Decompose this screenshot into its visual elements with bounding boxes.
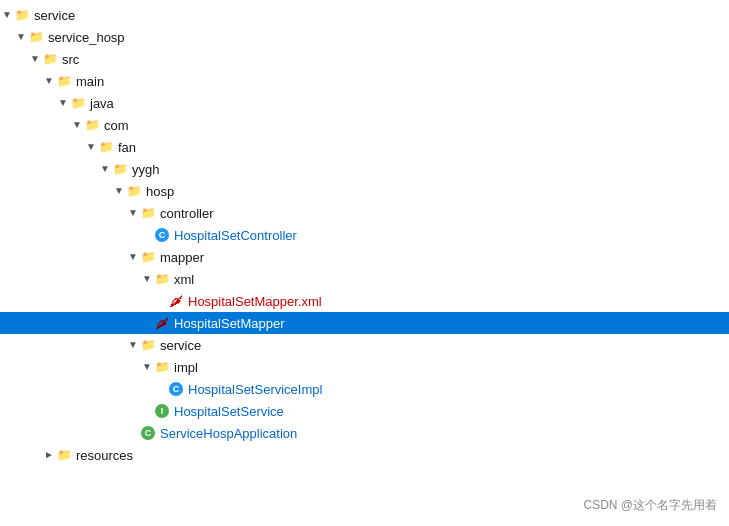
folder-yellow-icon: 📁: [14, 7, 30, 23]
watermark: CSDN @这个名字先用着: [583, 497, 717, 514]
tree-arrow: [126, 426, 140, 440]
tree-arrow: ▼: [14, 30, 28, 44]
folder-blue-icon: 📁: [56, 73, 72, 89]
tree-item-xml[interactable]: ▼📁xml: [0, 268, 729, 290]
folder-yellow-icon: 📁: [28, 29, 44, 45]
tree-label-service: service: [34, 8, 75, 23]
tree-label-mapper: mapper: [160, 250, 204, 265]
folder-blue-icon: 📁: [112, 161, 128, 177]
folder-blue-icon: 📁: [154, 271, 170, 287]
mapper-icon: 🌶: [154, 315, 170, 331]
interface-icon: I: [154, 403, 170, 419]
tree-item-yygh[interactable]: ▼📁yygh: [0, 158, 729, 180]
tree-arrow: ▼: [126, 338, 140, 352]
folder-blue-icon: 📁: [98, 139, 114, 155]
tree-item-HospitalSetController[interactable]: CHospitalSetController: [0, 224, 729, 246]
folder-blue-icon: 📁: [126, 183, 142, 199]
xml-icon: 🌶: [168, 293, 184, 309]
tree-arrow: ►: [42, 448, 56, 462]
tree-arrow: ▼: [98, 162, 112, 176]
tree-arrow: ▼: [140, 272, 154, 286]
tree-label-com: com: [104, 118, 129, 133]
tree-arrow: ▼: [28, 52, 42, 66]
tree-arrow: ▼: [112, 184, 126, 198]
tree-arrow: ▼: [56, 96, 70, 110]
folder-blue-icon: 📁: [154, 359, 170, 375]
tree-label-HospitalSetController: HospitalSetController: [174, 228, 297, 243]
tree-item-HospitalSetMapper.xml[interactable]: 🌶HospitalSetMapper.xml: [0, 290, 729, 312]
tree-item-service[interactable]: ▼📁service: [0, 4, 729, 26]
folder-blue-icon: 📁: [70, 95, 86, 111]
tree-arrow: ▼: [126, 206, 140, 220]
tree-arrow: [154, 294, 168, 308]
tree-label-src: src: [62, 52, 79, 67]
tree-label-main: main: [76, 74, 104, 89]
tree-label-HospitalSetMapper.xml: HospitalSetMapper.xml: [188, 294, 322, 309]
tree-item-mapper[interactable]: ▼📁mapper: [0, 246, 729, 268]
tree-item-main[interactable]: ▼📁main: [0, 70, 729, 92]
tree-arrow: ▼: [0, 8, 14, 22]
folder-blue-icon: 📁: [140, 337, 156, 353]
tree-label-HospitalSetService: HospitalSetService: [174, 404, 284, 419]
tree-label-ServiceHospApplication: ServiceHospApplication: [160, 426, 297, 441]
tree-label-resources: resources: [76, 448, 133, 463]
tree-arrow: [140, 228, 154, 242]
tree-label-HospitalSetMapper: HospitalSetMapper: [174, 316, 285, 331]
tree-label-xml: xml: [174, 272, 194, 287]
folder-blue-icon: 📁: [42, 51, 58, 67]
tree-item-ServiceHospApplication[interactable]: CServiceHospApplication: [0, 422, 729, 444]
class-c-green-icon: C: [140, 425, 156, 441]
tree-label-service_hosp: service_hosp: [48, 30, 125, 45]
folder-blue-icon: 📁: [56, 447, 72, 463]
tree-arrow: [140, 404, 154, 418]
tree-arrow: ▼: [126, 250, 140, 264]
tree-arrow: ▼: [84, 140, 98, 154]
file-tree: ▼📁service▼📁service_hosp▼📁src▼📁main▼📁java…: [0, 0, 729, 470]
tree-label-service2: service: [160, 338, 201, 353]
tree-arrow: [154, 382, 168, 396]
tree-item-hosp[interactable]: ▼📁hosp: [0, 180, 729, 202]
tree-item-resources[interactable]: ►📁resources: [0, 444, 729, 466]
tree-item-controller[interactable]: ▼📁controller: [0, 202, 729, 224]
tree-item-src[interactable]: ▼📁src: [0, 48, 729, 70]
tree-arrow: [140, 316, 154, 330]
tree-item-service_hosp[interactable]: ▼📁service_hosp: [0, 26, 729, 48]
tree-label-impl: impl: [174, 360, 198, 375]
tree-label-fan: fan: [118, 140, 136, 155]
tree-item-HospitalSetServiceImpl[interactable]: CHospitalSetServiceImpl: [0, 378, 729, 400]
tree-item-fan[interactable]: ▼📁fan: [0, 136, 729, 158]
tree-item-HospitalSetService[interactable]: IHospitalSetService: [0, 400, 729, 422]
tree-item-impl[interactable]: ▼📁impl: [0, 356, 729, 378]
tree-arrow: ▼: [70, 118, 84, 132]
class-c-icon: C: [154, 227, 170, 243]
tree-label-hosp: hosp: [146, 184, 174, 199]
tree-label-yygh: yygh: [132, 162, 159, 177]
folder-blue-icon: 📁: [84, 117, 100, 133]
folder-blue-icon: 📁: [140, 249, 156, 265]
class-c-icon: C: [168, 381, 184, 397]
folder-blue-icon: 📁: [140, 205, 156, 221]
tree-item-com[interactable]: ▼📁com: [0, 114, 729, 136]
tree-item-HospitalSetMapper[interactable]: 🌶HospitalSetMapper: [0, 312, 729, 334]
tree-item-java[interactable]: ▼📁java: [0, 92, 729, 114]
tree-arrow: ▼: [42, 74, 56, 88]
tree-label-java: java: [90, 96, 114, 111]
tree-item-service2[interactable]: ▼📁service: [0, 334, 729, 356]
tree-label-HospitalSetServiceImpl: HospitalSetServiceImpl: [188, 382, 322, 397]
tree-label-controller: controller: [160, 206, 213, 221]
tree-arrow: ▼: [140, 360, 154, 374]
